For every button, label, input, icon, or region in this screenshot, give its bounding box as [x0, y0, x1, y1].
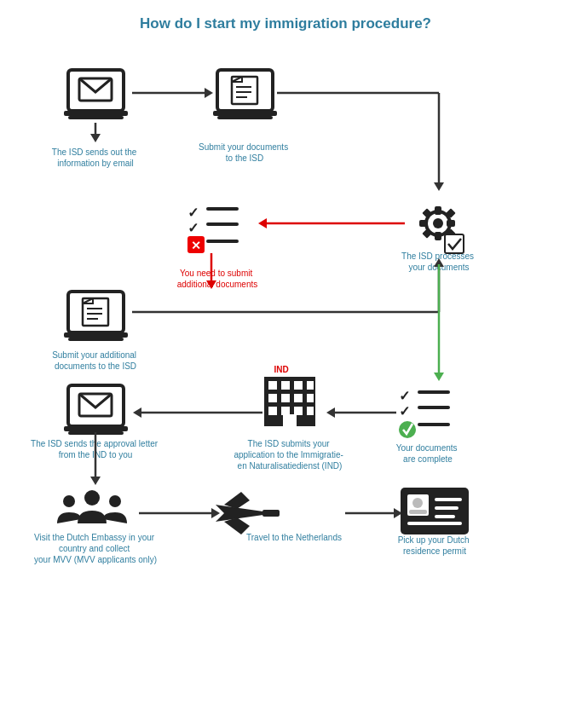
- svg-point-94: [63, 495, 75, 507]
- svg-text:Travel to the Netherlands: Travel to the Netherlands: [246, 533, 342, 542]
- checklist-check-icon: ✓ ✓: [399, 389, 450, 438]
- svg-text:Pick up your Dutch
    residen: Pick up your Dutch residence permit: [398, 535, 472, 556]
- gear-icon: [419, 206, 464, 253]
- svg-rect-111: [435, 506, 459, 510]
- svg-rect-14: [217, 116, 273, 119]
- embassy-people-icon: [57, 490, 127, 523]
- svg-marker-5: [90, 134, 101, 142]
- svg-text:You need to submit
    additio: You need to submit additional documents: [177, 269, 258, 289]
- svg-point-63: [399, 421, 416, 438]
- svg-rect-110: [435, 498, 462, 501]
- svg-rect-13: [213, 111, 277, 116]
- svg-marker-41: [258, 218, 267, 228]
- flow-diagram: The ISD sends out the information by ema…: [13, 44, 558, 726]
- svg-marker-58: [434, 373, 444, 381]
- svg-rect-76: [294, 394, 303, 402]
- svg-text:✕: ✕: [191, 239, 201, 252]
- svg-rect-113: [407, 522, 462, 525]
- svg-rect-62: [418, 406, 450, 409]
- svg-rect-74: [268, 394, 277, 402]
- svg-rect-78: [268, 407, 277, 415]
- svg-rect-71: [281, 381, 290, 390]
- svg-text:✓: ✓: [399, 404, 410, 419]
- svg-rect-70: [268, 381, 277, 390]
- svg-rect-31: [445, 234, 464, 253]
- svg-text:IND: IND: [274, 365, 288, 374]
- svg-rect-75: [281, 394, 290, 402]
- svg-marker-20: [434, 182, 444, 191]
- svg-marker-100: [224, 492, 250, 509]
- pdf-laptop-icon-2: [64, 292, 128, 341]
- svg-marker-101: [224, 517, 250, 534]
- svg-rect-52: [68, 338, 124, 341]
- svg-point-95: [109, 495, 121, 507]
- svg-rect-82: [283, 414, 297, 426]
- checklist-x-icon: ✓ ✓ ✕: [187, 205, 239, 253]
- svg-marker-17: [205, 88, 213, 98]
- svg-text:Your documents
    are complet: Your documents are complete: [396, 443, 460, 464]
- svg-text:Submit your documents
    to t: Submit your documents to the ISD: [199, 142, 291, 163]
- svg-rect-51: [64, 332, 128, 338]
- svg-rect-26: [447, 220, 455, 227]
- svg-rect-109: [409, 510, 427, 514]
- svg-marker-92: [90, 477, 101, 485]
- svg-text:✓: ✓: [399, 389, 410, 403]
- svg-text:✓: ✓: [187, 205, 199, 220]
- svg-marker-98: [211, 508, 220, 518]
- svg-rect-24: [435, 232, 441, 240]
- svg-rect-88: [64, 426, 128, 431]
- svg-point-108: [412, 498, 423, 508]
- svg-text:The ISD sends out the
    info: The ISD sends out the information by ema…: [52, 147, 139, 168]
- svg-text:Submit your additional
    doc: Submit your additional documents to the …: [52, 350, 139, 371]
- svg-rect-80: [294, 407, 303, 415]
- svg-rect-23: [435, 206, 441, 215]
- ind-building-icon: IND: [264, 365, 315, 426]
- svg-rect-79: [281, 407, 290, 415]
- email-laptop-icon: [64, 70, 128, 119]
- svg-rect-72: [294, 381, 303, 390]
- svg-text:✓: ✓: [187, 221, 199, 235]
- svg-rect-3: [68, 116, 124, 119]
- svg-marker-67: [326, 407, 335, 418]
- svg-point-22: [433, 218, 443, 228]
- email-laptop-icon-2: [64, 385, 128, 435]
- svg-rect-64: [418, 423, 450, 426]
- svg-rect-34: [206, 207, 239, 211]
- svg-rect-60: [418, 390, 450, 394]
- svg-rect-2: [64, 111, 128, 116]
- svg-rect-73: [307, 381, 314, 390]
- svg-point-93: [84, 490, 100, 506]
- svg-rect-81: [307, 407, 314, 415]
- svg-rect-25: [419, 220, 428, 227]
- svg-text:The ISD submits your
    appli: The ISD submits your application to the …: [234, 439, 345, 471]
- airplane-icon: [216, 492, 280, 534]
- svg-rect-77: [307, 394, 314, 402]
- svg-rect-36: [206, 222, 239, 226]
- svg-text:Visit the Dutch Embassy in you: Visit the Dutch Embassy in your country …: [34, 533, 157, 564]
- svg-rect-102: [262, 510, 280, 517]
- id-card-icon: [401, 488, 469, 534]
- svg-marker-85: [133, 407, 141, 418]
- svg-rect-112: [435, 515, 455, 518]
- page-title: How do I start my immigration procedure?: [140, 15, 431, 32]
- pdf-laptop-icon-1: [213, 70, 277, 119]
- svg-rect-39: [206, 240, 239, 243]
